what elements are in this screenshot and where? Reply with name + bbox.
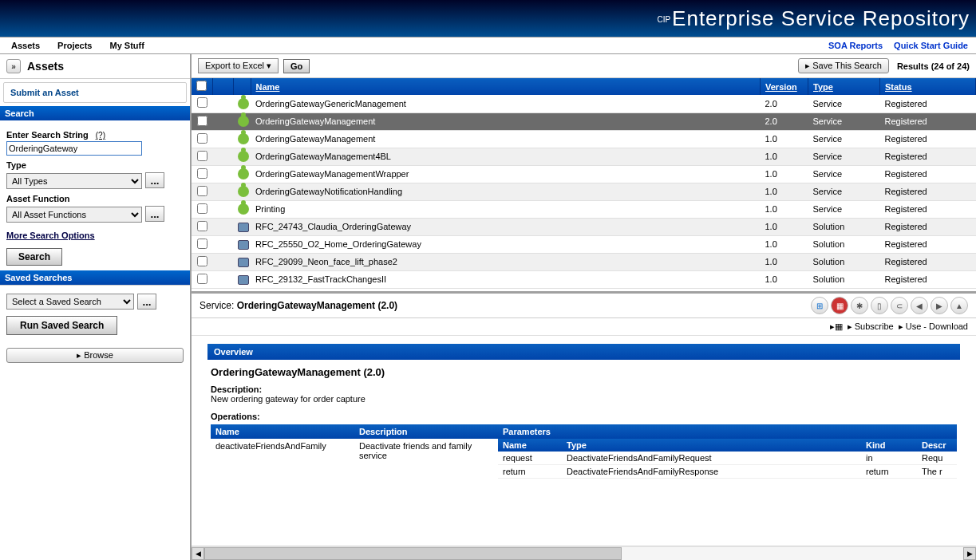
search-button[interactable]: Search (6, 248, 62, 266)
row-version: 1.0 (761, 270, 808, 288)
table-row[interactable]: RFC_25550_O2_Home_OrderingGateway1.0Solu… (192, 235, 976, 253)
type-more-button[interactable]: ... (145, 172, 164, 188)
row-type: Service (808, 95, 880, 112)
type-select[interactable]: All Types (6, 173, 142, 189)
soa-reports-link[interactable]: SOA Reports (828, 41, 883, 50)
row-type: Solution (808, 270, 880, 288)
row-name: Printing (251, 200, 761, 218)
header-select-all[interactable] (192, 78, 212, 95)
row-checkbox[interactable] (197, 186, 207, 196)
row-checkbox[interactable] (197, 256, 207, 266)
row-checkbox[interactable] (197, 151, 207, 161)
submit-asset-button[interactable]: Submit an Asset (3, 82, 187, 103)
saved-search-select[interactable]: Select a Saved Search (6, 294, 134, 310)
asset-function-label: Asset Function (6, 194, 184, 203)
menu-mystuff[interactable]: My Stuff (107, 39, 148, 52)
row-status: Registered (880, 218, 976, 235)
op-header-name: Name (211, 424, 354, 439)
play-icon-button[interactable]: ▸▦ (830, 321, 843, 332)
collapse-sidebar-icon[interactable]: » (6, 59, 21, 73)
quick-start-link[interactable]: Quick Start Guide (894, 41, 968, 50)
export-to-excel-dropdown[interactable]: Export to Excel ▾ (198, 58, 279, 73)
row-checkbox[interactable] (197, 239, 207, 249)
param-row: returnDeactivateFriendsAndFamilyResponse… (498, 465, 957, 479)
row-type: Solution (808, 218, 880, 235)
header-type[interactable]: Type (808, 78, 880, 95)
detail-service-label: Service: OrderingGatewayManagement (2.0) (200, 300, 397, 311)
operation-row: deactivateFriendsAndFamilyDeactivate fri… (211, 439, 957, 479)
menu-assets[interactable]: Assets (8, 39, 43, 52)
scroll-right-icon[interactable]: ▶ (963, 547, 976, 560)
sidebar-title: Assets (27, 60, 64, 73)
row-status: Registered (880, 235, 976, 253)
table-row[interactable]: OrderingGatewayGenericManagement2.0Servi… (192, 95, 976, 112)
search-section-title: Search (0, 106, 190, 120)
table-row[interactable]: OrderingGatewayManagement4BL1.0ServiceRe… (192, 148, 976, 165)
table-row[interactable]: Printing1.0ServiceRegistered (192, 200, 976, 218)
service-icon (238, 116, 249, 127)
row-checkbox[interactable] (197, 168, 207, 179)
row-version: 1.0 (761, 235, 808, 253)
row-checkbox[interactable] (197, 274, 207, 284)
table-row[interactable]: OrderingGatewayManagementWrapper1.0Servi… (192, 165, 976, 183)
header-version[interactable]: Version (761, 78, 808, 95)
scroll-thumb[interactable] (204, 547, 622, 560)
func-more-button[interactable]: ... (145, 206, 164, 222)
browse-button[interactable]: ▸ Browse (6, 348, 184, 363)
select-all-checkbox[interactable] (196, 81, 207, 91)
header-name[interactable]: Name (251, 78, 761, 95)
service-icon (238, 203, 249, 215)
operations-label: Operations: (211, 412, 957, 421)
prev-icon[interactable]: ◀ (911, 297, 928, 314)
subscribe-button[interactable]: ▸ Subscribe (848, 321, 894, 332)
table-row[interactable]: OrderingGatewayNotificationHandling1.0Se… (192, 183, 976, 200)
overview-panel: Overview OrderingGatewayManagement (2.0)… (192, 336, 976, 546)
use-download-button[interactable]: ▸ Use - Download (899, 321, 968, 332)
model-view-icon[interactable]: ⊞ (811, 297, 828, 314)
row-name: OrderingGatewayManagement4BL (251, 148, 761, 165)
row-checkbox[interactable] (197, 221, 207, 231)
save-search-button[interactable]: ▸ Save This Search (798, 58, 889, 73)
table-row[interactable]: RFC_24743_Claudia_OrderingGateway1.0Solu… (192, 218, 976, 235)
solution-icon (238, 223, 249, 232)
row-name: OrderingGatewayManagement (251, 130, 761, 148)
asset-function-select[interactable]: All Asset Functions (6, 207, 142, 223)
link-icon[interactable]: ⊂ (891, 297, 908, 314)
row-checkbox[interactable] (197, 116, 207, 126)
run-saved-search-button[interactable]: Run Saved Search (6, 316, 117, 335)
row-type: Service (808, 200, 880, 218)
highlight-icon[interactable]: ▦ (831, 297, 848, 314)
row-checkbox[interactable] (197, 203, 207, 214)
search-panel: Enter Search String (?) Type All Types .… (0, 120, 190, 270)
menu-projects[interactable]: Projects (54, 39, 95, 52)
go-button[interactable]: Go (283, 59, 310, 73)
star-icon[interactable]: ✱ (851, 297, 868, 314)
table-row[interactable]: OrderingGatewayManagement1.0ServiceRegis… (192, 130, 976, 148)
header-status[interactable]: Status (880, 78, 976, 95)
row-status: Registered (880, 270, 976, 288)
table-row[interactable]: RFC_29099_Neon_face_lift_phase21.0Soluti… (192, 253, 976, 270)
next-icon[interactable]: ▶ (931, 297, 948, 314)
saved-more-button[interactable]: ... (137, 294, 156, 310)
row-name: OrderingGatewayNotificationHandling (251, 183, 761, 200)
up-icon[interactable]: ▲ (950, 297, 968, 314)
results-table-container[interactable]: Name Version Type Status OrderingGateway… (192, 78, 976, 294)
table-row[interactable]: RFC_29132_FastTrackChangesII1.0SolutionR… (192, 270, 976, 288)
row-status: Registered (880, 112, 976, 130)
row-checkbox[interactable] (197, 97, 207, 108)
row-name: OrderingGatewayGenericManagement (251, 95, 761, 112)
search-hint-icon[interactable]: (?) (96, 131, 105, 140)
results-toolbar: Export to Excel ▾ Go ▸ Save This Search … (192, 54, 976, 78)
solution-icon (238, 240, 249, 250)
content-area: Export to Excel ▾ Go ▸ Save This Search … (192, 54, 976, 560)
more-search-options-link[interactable]: More Search Options (6, 231, 184, 240)
row-version: 1.0 (761, 165, 808, 183)
row-version: 2.0 (761, 112, 808, 130)
row-checkbox[interactable] (197, 133, 207, 144)
search-input[interactable] (6, 141, 142, 156)
scroll-left-icon[interactable]: ◀ (192, 547, 204, 560)
horizontal-scrollbar[interactable]: ◀ ▶ (192, 546, 976, 560)
service-icon (238, 151, 249, 162)
notes-icon[interactable]: ▯ (871, 297, 888, 314)
table-row[interactable]: OrderingGatewayManagement2.0ServiceRegis… (192, 112, 976, 130)
